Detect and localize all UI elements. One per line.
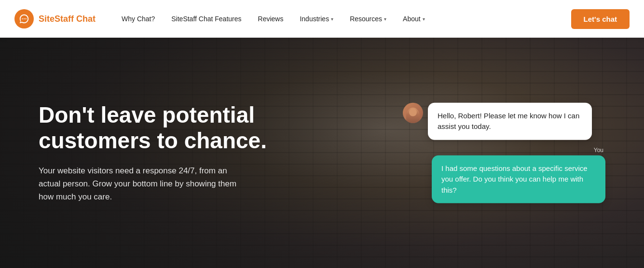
nav-item-about[interactable]: About ▾ (396, 11, 432, 27)
hero-text-block: Don't leave potential customers to chanc… (39, 102, 309, 203)
hero-section: Don't leave potential customers to chanc… (0, 38, 644, 268)
agent-message-row: Hello, Robert! Please let me know how I … (403, 102, 605, 140)
hero-subtitle: Your website visitors need a response 24… (39, 164, 251, 204)
agent-avatar-silhouette (406, 107, 420, 123)
agent-message-bubble: Hello, Robert! Please let me know how I … (428, 102, 592, 140)
about-chevron-icon: ▾ (423, 16, 425, 22)
svg-point-2 (26, 18, 27, 19)
svg-point-0 (22, 18, 23, 19)
nav-item-industries[interactable]: Industries ▾ (293, 11, 340, 27)
svg-point-1 (24, 18, 25, 19)
nav-item-why-chat[interactable]: Why Chat? (115, 11, 162, 27)
nav-item-features[interactable]: SiteStaff Chat Features (164, 11, 248, 27)
nav-item-resources[interactable]: Resources ▾ (343, 11, 393, 27)
logo-icon (14, 9, 34, 28)
logo-text: SiteStaff Chat (39, 14, 96, 24)
hero-title: Don't leave potential customers to chanc… (39, 102, 309, 154)
agent-avatar (403, 102, 423, 123)
user-message-bubble: I had some questions about a specific se… (432, 155, 605, 203)
chat-widget: Hello, Robert! Please let me know how I … (403, 102, 605, 203)
hero-content: Don't leave potential customers to chanc… (0, 38, 644, 268)
cta-button[interactable]: Let's chat (571, 9, 630, 29)
logo[interactable]: SiteStaff Chat (14, 9, 96, 28)
industries-chevron-icon: ▾ (331, 16, 333, 22)
nav-item-reviews[interactable]: Reviews (251, 11, 290, 27)
user-message-row: You I had some questions about a specifi… (427, 146, 605, 203)
resources-chevron-icon: ▾ (384, 16, 386, 22)
navbar: SiteStaff Chat Why Chat? SiteStaff Chat … (0, 0, 644, 38)
nav-links: Why Chat? SiteStaff Chat Features Review… (115, 11, 571, 27)
you-label: You (594, 146, 603, 153)
